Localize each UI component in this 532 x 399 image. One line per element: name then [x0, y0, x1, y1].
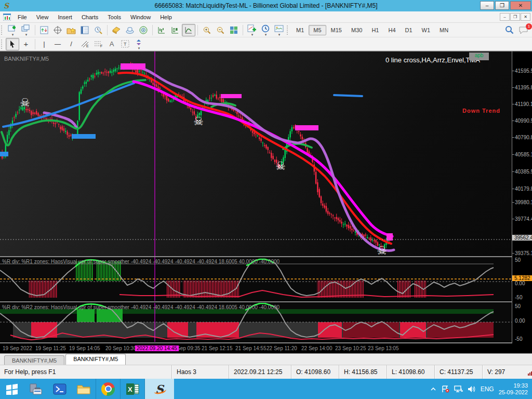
status-field-1: Haos 3 — [171, 365, 229, 379]
menu-help[interactable]: Help — [155, 12, 177, 22]
restore-button[interactable]: ❐ — [495, 1, 509, 10]
server-manager-icon[interactable] — [24, 379, 48, 399]
network-icon[interactable] — [454, 385, 463, 393]
new-chart-button[interactable]: ▾ — [6, 24, 19, 36]
timeframe-mn-button[interactable]: MN — [435, 25, 453, 35]
crosshair-tool-button[interactable]: + — [19, 38, 33, 50]
sell-zone-block — [196, 322, 239, 338]
timeframe-m30-button[interactable]: M30 — [347, 25, 367, 35]
supply-zone — [221, 94, 242, 98]
strategy-tester-button[interactable] — [91, 24, 105, 36]
menu-window[interactable]: Window — [126, 12, 155, 22]
timeframe-d1-button[interactable]: D1 — [401, 25, 417, 35]
zoom-out-button[interactable] — [214, 24, 227, 36]
timeframes-button[interactable]: ▾ — [259, 24, 272, 36]
horizontal-line-tool-button[interactable]: — — [51, 38, 64, 50]
action-center-icon[interactable] — [441, 385, 449, 393]
main-chart-plot[interactable]: ☠☠☠☠ BANKNIFTY#,M5 0 line cross,HA,Arrz,… — [0, 51, 512, 256]
price-axis-label: 40585.15 — [515, 152, 532, 157]
status-field-2: 2022.09.21 12:25 — [229, 365, 291, 379]
svg-text:X: X — [128, 385, 132, 393]
excel-icon[interactable]: X — [121, 379, 144, 399]
candlestick-chart-button[interactable] — [168, 24, 182, 36]
menu-charts[interactable]: Charts — [77, 12, 103, 22]
powershell-icon[interactable] — [48, 379, 72, 399]
data-window-button[interactable] — [78, 24, 91, 36]
time-axis-label: 22 Sep 11:20 — [267, 345, 297, 351]
timeframe-m5-button[interactable]: M5 — [309, 25, 326, 35]
file-explorer-icon[interactable] — [72, 379, 96, 399]
menu-tools[interactable]: Tools — [103, 12, 126, 22]
arrows-tool-button[interactable]: ▾ — [132, 38, 145, 50]
crosshair-button[interactable] — [51, 24, 64, 36]
child-minimize-button[interactable]: – — [500, 13, 510, 21]
expert-advisors-button[interactable] — [123, 24, 137, 36]
status-field-6: C: 41137.25 — [434, 365, 482, 379]
favorites-button[interactable] — [64, 24, 78, 36]
indicators-button[interactable]: ▾ — [245, 24, 259, 36]
market-watch-button[interactable] — [37, 24, 51, 36]
menu-file[interactable]: File — [13, 12, 32, 22]
chrome-icon[interactable] — [96, 379, 120, 399]
timeframe-h1-button[interactable]: H1 — [367, 25, 383, 35]
line-chart-button[interactable] — [182, 24, 195, 36]
chart-profiles-button[interactable]: ▾ — [19, 24, 33, 36]
indicator-axis-label: 0.00 — [515, 281, 525, 286]
metatrader-taskbar-icon[interactable]: S — [145, 379, 174, 399]
panel-separator[interactable] — [0, 301, 512, 302]
templates-button[interactable]: ▾ — [272, 24, 286, 36]
sell-zone-block — [167, 322, 188, 338]
time-axis-label: 23 Sep 13:05 — [368, 345, 399, 351]
trendline-tool-button[interactable]: / — [64, 38, 78, 50]
cursor-tool-button[interactable] — [6, 38, 19, 50]
text-label-tool-button[interactable]: T — [118, 38, 132, 50]
skull-marker-icon: ☠ — [275, 159, 286, 172]
tile-windows-button[interactable] — [227, 24, 241, 36]
time-axis-label: 19 Sep 14:05 — [69, 345, 100, 351]
volume-icon[interactable] — [468, 385, 476, 393]
language-indicator[interactable]: ENG — [481, 385, 494, 393]
new-order-button[interactable] — [110, 24, 123, 36]
price-axis-label: 39980.15 — [515, 200, 532, 205]
minimize-button[interactable]: – — [480, 1, 494, 10]
window-title: 66665083: MatchLiquidityTest-ML - Billio… — [0, 2, 532, 9]
menu-view[interactable]: View — [32, 12, 54, 22]
chart-tab-1[interactable]: BANKNIFTY#,M5 — [4, 355, 64, 365]
status-bar: For Help, press F1 Haos 32022.09.21 12:2… — [0, 365, 532, 379]
indicator-axis-label: -50 — [515, 295, 522, 300]
text-tool-button[interactable]: A — [105, 38, 118, 50]
fibonacci-tool-button[interactable]: F — [91, 38, 105, 50]
chart-tab-2[interactable]: BANKNIFTY#,M5 — [65, 354, 126, 365]
bar-chart-button[interactable] — [155, 24, 168, 36]
status-help-text: For Help, press F1 — [0, 368, 171, 376]
vertical-line-tool-button[interactable]: | — [37, 38, 51, 50]
timeframe-m15-button[interactable]: M15 — [326, 25, 347, 35]
timeframe-w1-button[interactable]: W1 — [417, 25, 435, 35]
child-close-button[interactable]: ✕ — [521, 13, 530, 21]
taskbar-clock[interactable]: 19:33 25-09-2022 — [499, 382, 528, 396]
indicator-panel-1[interactable]: %R div: %R1 zones: HaosVisual upr of sup… — [0, 257, 512, 301]
equidistant-channel-tool-button[interactable]: E — [78, 38, 91, 50]
time-axis[interactable]: 19 Sep 202219 Sep 11:2519 Sep 14:0520 Se… — [0, 343, 512, 354]
timeframe-h4-button[interactable]: H4 — [383, 25, 400, 35]
status-field-5: L: 41098.60 — [387, 365, 434, 379]
svg-text:E: E — [86, 44, 89, 48]
indicator-axis-label: 50 — [515, 257, 521, 263]
chat-icon[interactable]: 1 — [519, 26, 529, 34]
toolbar-grip[interactable] — [1, 25, 4, 35]
close-button[interactable]: ✕ — [510, 1, 531, 10]
timeframe-m1-button[interactable]: M1 — [291, 25, 309, 35]
status-field-4: H: 41156.85 — [339, 365, 387, 379]
indicator-panel-2[interactable]: %R div: %R2 zones: HaosVisual upr of sup… — [0, 303, 512, 342]
toolbar-grip[interactable] — [1, 39, 4, 49]
svg-text:F: F — [100, 44, 102, 48]
price-axis[interactable]: 41595.5041395.8541190.1540990.5040790.85… — [512, 51, 532, 343]
child-restore-button[interactable]: ❐ — [510, 13, 520, 21]
tray-expand-icon[interactable] — [430, 387, 436, 392]
autotrading-button[interactable] — [137, 24, 150, 36]
search-icon[interactable] — [505, 25, 514, 34]
zoom-in-button[interactable] — [200, 24, 214, 36]
menu-insert[interactable]: Insert — [53, 12, 77, 22]
start-button[interactable] — [0, 379, 24, 399]
indicator-value-label: 5.1282 — [512, 275, 532, 281]
